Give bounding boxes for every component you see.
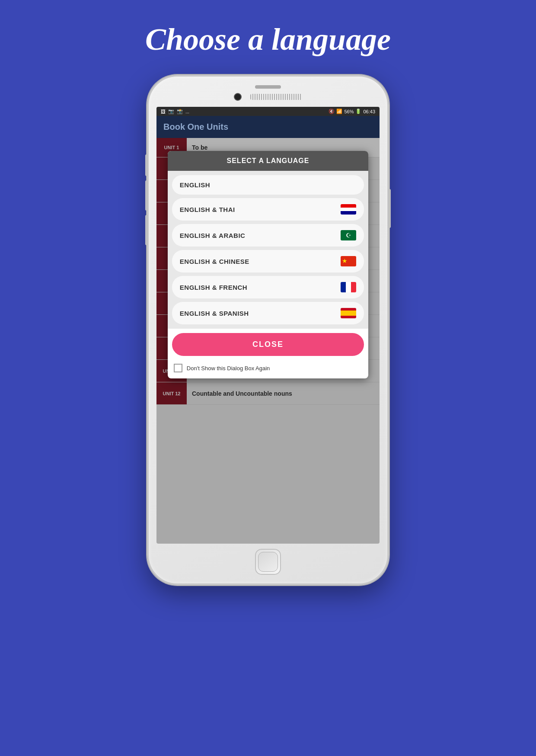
camera-row (234, 93, 302, 101)
speaker-grill (250, 94, 302, 100)
clock: 06:43 (363, 109, 375, 114)
close-button[interactable]: CLOSE (172, 333, 364, 356)
language-option-spanish-label: ENGLISH & SPANISH (180, 310, 249, 317)
language-option-chinese[interactable]: ENGLISH & CHINESE (172, 250, 364, 272)
spanish-flag-icon (341, 308, 356, 318)
thai-flag-icon (341, 204, 356, 215)
mute-icon: 🔇 (329, 109, 335, 114)
status-bar: 🖼 📷 📸 ... 🔇 📶 56% 🔋 06:43 (156, 107, 380, 116)
front-camera (234, 93, 242, 101)
dialog-options: ENGLISH ENGLISH & THAI (168, 171, 368, 329)
dont-show-checkbox[interactable] (174, 364, 182, 372)
camera-status-icon: 📷 (168, 109, 174, 114)
dont-show-row: Don't Show this Dialog Box Again (168, 360, 368, 378)
language-option-chinese-label: ENGLISH & CHINESE (180, 258, 249, 265)
french-flag-icon (341, 282, 356, 292)
volume-up-button[interactable] (145, 154, 148, 176)
close-button-label: CLOSE (252, 340, 284, 349)
status-right-info: 🔇 📶 56% 🔋 06:43 (329, 109, 375, 114)
page-title: Choose a language (145, 22, 391, 58)
home-button-inner (258, 552, 278, 572)
arabic-flag-icon (341, 230, 356, 240)
battery-icon: 🔋 (355, 109, 361, 114)
language-select-dialog: SELECT A LANGUAGE ENGLISH ENGLISH & THAI (168, 151, 368, 378)
language-option-thai-label: ENGLISH & THAI (180, 206, 235, 213)
language-option-arabic-label: ENGLISH & ARABIC (180, 232, 246, 239)
language-option-french[interactable]: ENGLISH & FRENCH (172, 276, 364, 298)
battery-percent: 56% (344, 109, 354, 114)
app-header-title: Book One Units (163, 122, 373, 132)
unit-list: UNIT 1 To be U U U U U (156, 138, 380, 544)
speaker-slot (255, 85, 281, 89)
language-option-french-label: ENGLISH & FRENCH (180, 284, 247, 291)
app-header: Book One Units (156, 116, 380, 138)
volume-down-button[interactable] (145, 180, 148, 211)
language-option-english[interactable]: ENGLISH (172, 175, 364, 195)
phone-screen: 🖼 📷 📸 ... 🔇 📶 56% 🔋 06:43 Book One Units… (156, 107, 380, 544)
wifi-icon: 📶 (336, 109, 342, 114)
phone-top (156, 85, 380, 103)
language-option-thai[interactable]: ENGLISH & THAI (172, 198, 364, 221)
power-button[interactable] (388, 189, 391, 228)
mute-button[interactable] (145, 215, 148, 245)
image-status-icon: 🖼 (161, 109, 166, 114)
chinese-flag-icon (341, 256, 356, 266)
phone-frame: 🖼 📷 📸 ... 🔇 📶 56% 🔋 06:43 Book One Units… (147, 75, 389, 585)
dialog-header-text: SELECT A LANGUAGE (174, 157, 362, 165)
instagram-status-icon: 📸 (177, 109, 183, 114)
status-left-icons: 🖼 📷 📸 ... (161, 109, 189, 114)
home-button[interactable] (255, 549, 281, 575)
language-option-arabic[interactable]: ENGLISH & ARABIC (172, 224, 364, 247)
dont-show-label: Don't Show this Dialog Box Again (187, 365, 270, 372)
language-option-english-label: ENGLISH (180, 181, 210, 189)
dialog-overlay: SELECT A LANGUAGE ENGLISH ENGLISH & THAI (156, 138, 380, 544)
dialog-header: SELECT A LANGUAGE (168, 151, 368, 171)
more-status-icon: ... (185, 109, 189, 114)
language-option-spanish[interactable]: ENGLISH & SPANISH (172, 302, 364, 324)
